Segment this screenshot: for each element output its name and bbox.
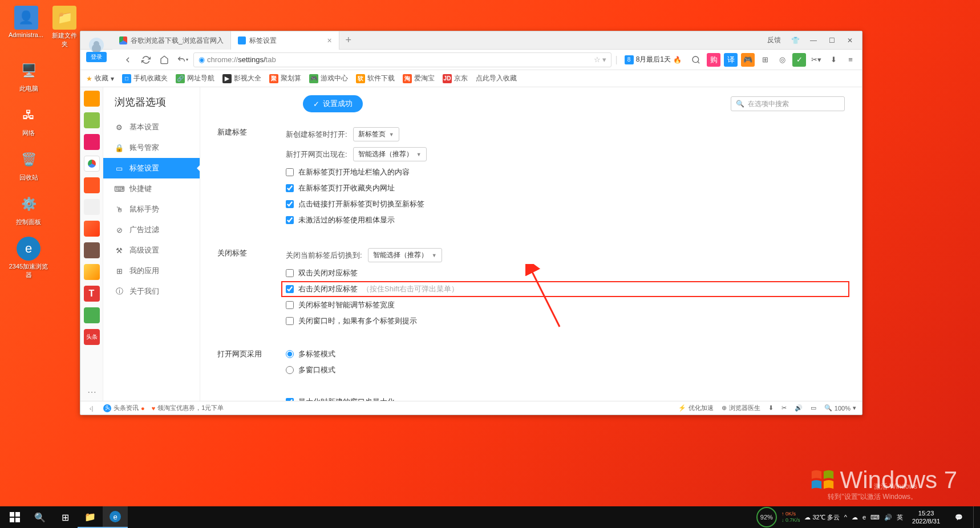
search-input[interactable]: 🔍在选项中搜索 [731, 96, 845, 111]
search-button[interactable]: 🔍 [27, 506, 52, 528]
back-button[interactable] [120, 52, 135, 67]
login-button[interactable]: 登录 [86, 52, 107, 62]
rb-multi-tab[interactable]: 多标签模式 [286, 349, 845, 359]
tray-expand-icon[interactable]: ^ [844, 514, 847, 521]
cb-addr-newtab[interactable]: 在新标签页打开地址栏输入的内容 [286, 167, 845, 177]
cut-icon[interactable]: ✂▾ [809, 53, 823, 67]
desktop-icon-2345[interactable]: e2345加速浏览器 [9, 237, 48, 279]
url-input[interactable]: ◉ chrome://settings/tab ☆ ▾ [193, 52, 612, 67]
bm-game[interactable]: 🎮游戏中心 [309, 74, 348, 83]
promo-link[interactable]: 8 8月最后1天 🔥 [621, 55, 685, 64]
cb-new-maximize[interactable]: 最大化时新建的窗口也最大化 [286, 397, 845, 401]
bm-import[interactable]: 点此导入收藏 [476, 74, 517, 83]
sb-window-icon[interactable]: ▭ [811, 404, 816, 412]
nav-account[interactable]: 🔒账号管家 [103, 137, 200, 158]
cb-close-warn[interactable]: 关闭窗口时，如果有多个标签则提示 [286, 316, 845, 326]
nav-mouse[interactable]: 🖱鼠标手势 [103, 199, 200, 220]
desktop-icon-network[interactable]: 🖧网络 [9, 103, 48, 137]
rail-dragon-icon[interactable] [84, 242, 100, 258]
bm-soft[interactable]: 软软件下载 [356, 74, 395, 83]
cb-bold-inactive[interactable]: 未激活过的标签使用粗体显示 [286, 215, 845, 225]
nav-basic[interactable]: ⚙基本设置 [103, 117, 200, 137]
cb-dblclick-close[interactable]: 双击关闭对应标签 [286, 268, 845, 278]
bm-nav[interactable]: 🔗网址导航 [176, 74, 214, 83]
clock[interactable]: 15:23 2022/8/31 [908, 509, 945, 526]
show-desktop-button[interactable] [973, 506, 977, 528]
explorer-button[interactable]: 📁 [78, 506, 103, 528]
desktop-icon-folder[interactable]: 📁新建文件夹 [49, 6, 80, 48]
close-icon[interactable]: × [327, 36, 332, 45]
notifications-button[interactable]: 💬 [949, 506, 969, 528]
cb-fav-newtab[interactable]: 在新标签页打开收藏夹内网址 [286, 183, 845, 193]
tab-settings[interactable]: 标签设置 × [231, 31, 339, 50]
sb-optimize[interactable]: ⚡优化加速 [678, 404, 714, 412]
download-icon[interactable]: ⬇ [827, 53, 840, 67]
tray-onedrive-icon[interactable]: ☁ [852, 514, 858, 521]
select-new-tab-open[interactable]: 新标签页▼ [353, 127, 399, 141]
rail-game-icon[interactable] [84, 221, 100, 237]
net-speed[interactable]: ↑ 0K/s ↓ 0.7K/s [781, 511, 800, 523]
sb-sound-icon[interactable]: 🔊 [795, 404, 803, 412]
rail-iqiyi-icon[interactable] [84, 307, 100, 323]
menu-icon[interactable]: ≡ [844, 53, 857, 67]
nav-about[interactable]: ⓘ关于我们 [103, 281, 200, 302]
cb-switch-newtab[interactable]: 点击链接打开新标签页时切换至新标签 [286, 199, 845, 209]
rail-w-icon[interactable] [84, 134, 100, 150]
desktop-icon-admin[interactable]: 👤Administra... [9, 6, 43, 48]
sb-zoom[interactable]: 🔍 100% ▾ [824, 404, 856, 412]
maximize-button[interactable]: ☐ [823, 34, 840, 47]
rail-more-icon[interactable]: ⋯ [87, 387, 96, 401]
start-button[interactable] [2, 506, 27, 528]
bm-mobile[interactable]: □手机收藏夹 [122, 74, 168, 83]
desktop-icon-recycle[interactable]: 🗑️回收站 [9, 148, 48, 182]
sb-coupon[interactable]: ♥领淘宝优惠券，1元下单 [152, 404, 224, 412]
close-button[interactable]: ✕ [841, 34, 858, 47]
nav-advanced[interactable]: ⚒高级设置 [103, 240, 200, 261]
rail-chrome-icon[interactable] [84, 156, 100, 172]
apps-icon[interactable]: ⊞ [758, 53, 772, 67]
rail-blank-icon[interactable] [84, 199, 100, 215]
new-tab-button[interactable]: + [339, 31, 358, 49]
star-icon[interactable]: ☆ ▾ [594, 55, 607, 64]
bm-video[interactable]: ▶影视大全 [222, 74, 261, 83]
taskview-button[interactable]: ⊞ [52, 506, 78, 528]
sb-doctor[interactable]: ⊕浏览器医生 [722, 404, 760, 412]
cb-smart-width[interactable]: 关闭标签时智能调节标签宽度 [286, 300, 845, 310]
browser-taskbar-button[interactable]: e [103, 506, 128, 528]
cb-rightclick-close[interactable]: 右击关闭对应标签（按住Shift右击可弹出菜单） [286, 284, 459, 294]
ime-indicator[interactable]: 英 [897, 513, 903, 522]
undo-button[interactable]: ▾ [175, 52, 190, 67]
minimize-button[interactable]: — [805, 34, 822, 47]
rail-t-icon[interactable]: T [84, 286, 100, 302]
select-new-page-pos[interactable]: 智能选择（推荐）▼ [353, 147, 427, 161]
translate-icon[interactable]: 译 [724, 53, 738, 67]
rail-news-icon[interactable]: 头条 [84, 329, 100, 345]
nav-tabs[interactable]: ▭标签设置 [103, 158, 200, 178]
bm-taobao[interactable]: 淘爱淘宝 [403, 74, 435, 83]
tray-browser-icon[interactable]: e [862, 514, 866, 521]
rail-fire-icon[interactable] [84, 264, 100, 280]
nav-apps[interactable]: ⊞我的应用 [103, 261, 200, 281]
favorites-button[interactable]: ★收藏 ▾ [86, 74, 114, 83]
tab-chrome[interactable]: 谷歌浏览器下载_浏览器官网入 [112, 31, 231, 50]
target-icon[interactable]: ◎ [775, 53, 789, 67]
bm-jd[interactable]: JD京东 [443, 74, 468, 83]
login-area[interactable]: 登录 [80, 30, 112, 59]
bm-deal[interactable]: 聚聚划算 [269, 74, 301, 83]
rail-clock-icon[interactable] [84, 112, 100, 128]
cpu-meter[interactable]: 92% [756, 507, 777, 527]
select-close-switch[interactable]: 智能选择（推荐）▼ [368, 248, 442, 262]
sb-news[interactable]: 头头条资讯● [103, 404, 145, 412]
tray-sound-icon[interactable]: 🔊 [884, 514, 892, 521]
home-button[interactable] [157, 52, 172, 67]
skin-icon[interactable]: 👕 [787, 34, 804, 47]
sb-cut-icon[interactable]: ✂ [781, 404, 787, 412]
nav-adblock[interactable]: ⊘广告过滤 [103, 220, 200, 240]
refresh-button[interactable] [139, 52, 153, 67]
weather-tray[interactable]: ☁ 32℃ 多云 [804, 513, 839, 522]
search-button[interactable] [689, 52, 703, 67]
nav-shortcut[interactable]: ⌨快捷键 [103, 178, 200, 199]
rail-s-icon[interactable] [84, 177, 100, 193]
rb-multi-window[interactable]: 多窗口模式 [286, 365, 845, 375]
sb-download-icon[interactable]: ⬇ [768, 404, 774, 412]
